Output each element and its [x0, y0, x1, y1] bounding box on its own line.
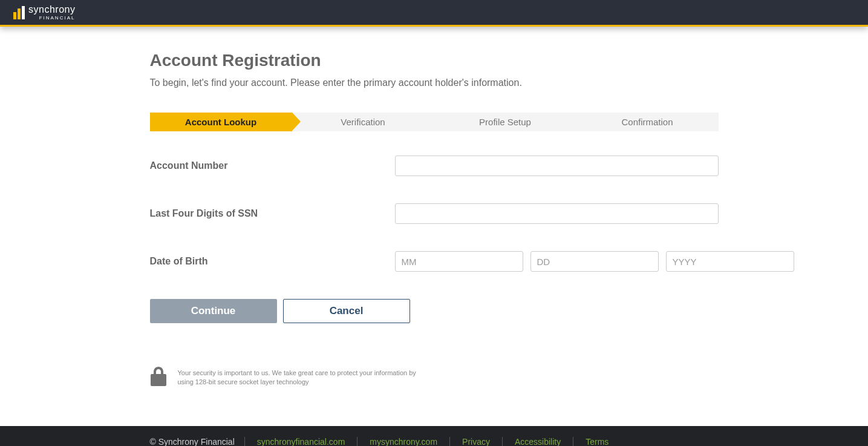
logo-brand: synchrony: [28, 5, 75, 15]
step-tabs: Account Lookup Verification Profile Setu…: [150, 113, 719, 131]
ssn-last4-label: Last Four Digits of SSN: [150, 208, 395, 219]
copyright: © Synchrony Financial: [150, 437, 235, 446]
dob-month-input[interactable]: [395, 251, 523, 272]
security-message: Your security is important to us. We tak…: [178, 369, 420, 387]
lock-icon: [150, 366, 167, 390]
footer-link-privacy[interactable]: Privacy: [460, 437, 492, 446]
footer-link-synchronyfinancial[interactable]: synchronyfinancial.com: [255, 437, 348, 446]
header: synchrony FINANCIAL: [0, 0, 868, 27]
continue-button[interactable]: Continue: [150, 299, 277, 323]
dob-label: Date of Birth: [150, 256, 395, 267]
logo-bars-icon: [13, 6, 25, 19]
account-number-input[interactable]: [395, 156, 719, 176]
step-verification: Verification: [292, 113, 434, 131]
footer-link-accessibility[interactable]: Accessibility: [512, 437, 563, 446]
step-profile-setup: Profile Setup: [434, 113, 576, 131]
ssn-last4-input[interactable]: [395, 203, 719, 224]
page-subtitle: To begin, let's find your account. Pleas…: [150, 77, 719, 88]
step-account-lookup: Account Lookup: [150, 113, 292, 131]
logo-sub: FINANCIAL: [28, 16, 75, 21]
footer-link-mysynchrony[interactable]: mysynchrony.com: [367, 437, 440, 446]
footer-link-terms[interactable]: Terms: [583, 437, 611, 446]
step-confirmation: Confirmation: [576, 113, 719, 131]
page-title: Account Registration: [150, 51, 719, 70]
dob-year-input[interactable]: [666, 251, 794, 272]
dob-day-input[interactable]: [530, 251, 659, 272]
account-number-label: Account Number: [150, 160, 395, 171]
footer: © Synchrony Financial synchronyfinancial…: [0, 426, 868, 446]
logo[interactable]: synchrony FINANCIAL: [13, 5, 75, 21]
cancel-button[interactable]: Cancel: [283, 299, 410, 323]
